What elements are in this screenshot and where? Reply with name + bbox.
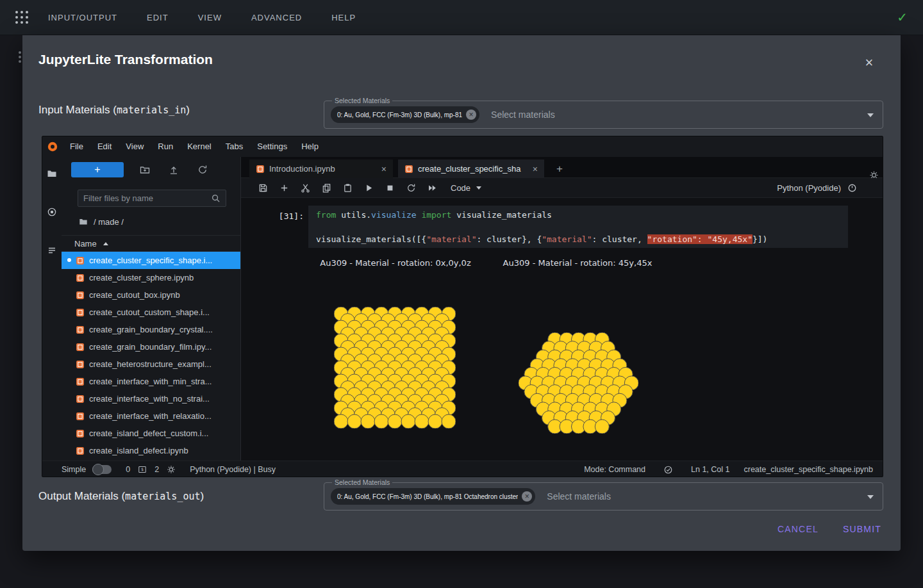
close-icon[interactable]: ×	[860, 53, 879, 72]
file-item[interactable]: create_cutout_custom_shape.i...	[62, 304, 240, 321]
paste-icon[interactable]	[337, 178, 358, 198]
submit-button[interactable]: SUBMIT	[840, 519, 884, 539]
notebook-file-icon	[76, 395, 85, 404]
app-menu-view[interactable]: VIEW	[198, 13, 222, 22]
code-editor[interactable]: from utils.visualize import visualize_ma…	[308, 206, 848, 248]
new-launcher-button[interactable]: +	[71, 162, 124, 177]
jl-menu-help[interactable]: Help	[294, 136, 326, 157]
file-browser-panel: +	[62, 157, 241, 461]
run-all-icon[interactable]	[422, 178, 443, 198]
file-list-header[interactable]: Name	[62, 235, 240, 252]
simple-mode-toggle[interactable]	[92, 465, 112, 474]
stop-icon[interactable]	[379, 178, 401, 198]
file-name: create_heterostructure_exampl...	[89, 359, 212, 369]
jl-menu-view[interactable]: View	[119, 136, 151, 157]
notebook-file-icon	[76, 291, 85, 300]
jupyterlite-logo-icon	[47, 142, 58, 152]
running-kernels-icon[interactable]	[47, 207, 57, 217]
cell-type-dropdown[interactable]: Code	[451, 183, 481, 193]
file-item[interactable]: create_heterostructure_exampl...	[62, 355, 240, 373]
app-menu-advanced[interactable]: ADVANCED	[251, 13, 302, 22]
app-menu-input-output[interactable]: INPUT/OUTPUT	[48, 13, 117, 22]
file-item[interactable]: create_cluster_sphere.ipynb	[62, 269, 240, 286]
refresh-icon[interactable]	[188, 162, 217, 177]
breadcrumb[interactable]: / made /	[79, 216, 124, 227]
input-label-text: Input Materials (	[38, 104, 117, 116]
file-item[interactable]: create_cutout_box.ipynb	[62, 286, 240, 304]
running-kernel-dot	[67, 258, 71, 262]
file-item[interactable]: create_island_defect_custom.i...	[62, 425, 240, 442]
file-item[interactable]: create_grain_boundary_crystal....	[62, 321, 240, 338]
file-item[interactable]: create_interface_with_min_stra...	[62, 373, 240, 390]
app-menubar: INPUT/OUTPUTEDITVIEWADVANCEDHELP	[48, 0, 356, 35]
file-item[interactable]: create_interface_with_relaxatio...	[62, 407, 240, 425]
chevron-down-icon[interactable]	[867, 113, 874, 117]
app-top-bar: INPUT/OUTPUTEDITVIEWADVANCEDHELP ✓	[0, 0, 923, 35]
new-folder-icon[interactable]	[130, 162, 159, 177]
tab-create-cluster-specific-shape[interactable]: create_cluster_specific_sha ×	[398, 159, 544, 178]
code-token: from	[316, 210, 336, 220]
jl-menu-file[interactable]: File	[63, 136, 90, 157]
upload-icon[interactable]	[159, 162, 188, 177]
chip-remove-icon[interactable]: ×	[522, 491, 532, 502]
file-name: create_cluster_specific_shape.i...	[89, 256, 212, 265]
file-item[interactable]: create_cluster_specific_shape.i...	[62, 252, 240, 269]
insert-cell-icon[interactable]	[274, 178, 295, 198]
jl-menu-kernel[interactable]: Kernel	[180, 136, 219, 157]
output-materials-select[interactable]: Selected Materials 0: Au, Gold, FCC (Fm-…	[324, 482, 883, 510]
cursor-position[interactable]: Ln 1, Col 1	[691, 465, 729, 474]
cancel-button[interactable]: CANCEL	[775, 519, 821, 539]
output-label-text: Output Materials (	[38, 490, 125, 502]
file-item[interactable]: create_interface_with_no_strai...	[62, 390, 240, 407]
chip-remove-icon[interactable]: ×	[466, 110, 476, 120]
kernel-status-text[interactable]: Python (Pyodide) | Busy	[190, 465, 276, 474]
select-materials-placeholder: Select materials	[491, 110, 555, 120]
code-line: visualize_materials([{"material": cluste…	[316, 233, 840, 245]
apps-grid-icon[interactable]	[15, 11, 28, 24]
table-of-contents-icon[interactable]	[47, 245, 57, 256]
notebook-file-icon	[76, 446, 85, 455]
terminal-icon[interactable]: $	[138, 465, 147, 474]
restart-kernel-icon[interactable]	[401, 178, 422, 198]
tab-introduction[interactable]: Introduction.ipynb ×	[249, 159, 393, 178]
close-tab-icon[interactable]: ×	[381, 164, 387, 174]
file-item[interactable]: create_island_defect.ipynb	[62, 442, 240, 459]
file-name: create_cutout_box.ipynb	[89, 290, 180, 300]
file-name: create_cutout_custom_shape.i...	[89, 307, 210, 317]
jl-menu-edit[interactable]: Edit	[90, 136, 119, 157]
cut-icon[interactable]	[295, 178, 316, 198]
trust-icon[interactable]	[663, 465, 673, 475]
material-visualization-square	[334, 307, 456, 429]
kernels-count: 2	[154, 465, 159, 474]
command-mode-indicator[interactable]: Mode: Command	[584, 465, 645, 474]
filter-files-input[interactable]	[78, 193, 211, 203]
file-browser-icon[interactable]	[47, 168, 57, 179]
sort-ascending-icon	[103, 242, 108, 245]
output-material-chip: 0: Au, Gold, FCC (Fm-3m) 3D (Bulk), mp-8…	[331, 488, 535, 505]
jupyter-menubar: FileEditViewRunKernelTabsSettingsHelp	[42, 136, 883, 157]
kernel-name[interactable]: Python (Pyodide)	[777, 183, 841, 193]
copy-icon[interactable]	[316, 178, 337, 198]
kernel-status-icon[interactable]	[847, 183, 857, 193]
notebook-file-icon	[76, 377, 85, 386]
notebook-file-icon	[76, 412, 85, 421]
output-materials-label: Output Materials (materials_out)	[38, 487, 204, 505]
add-tab-icon[interactable]: +	[553, 162, 567, 176]
notebook-file-icon	[76, 429, 85, 438]
toggle-knob	[92, 464, 104, 475]
app-menu-help[interactable]: HELP	[331, 13, 356, 22]
input-materials-select[interactable]: Selected Materials 0: Au, Gold, FCC (Fm-…	[324, 101, 883, 129]
material-visualization-octahedron	[519, 332, 638, 434]
file-item[interactable]: create_grain_boundary_film.ipy...	[62, 338, 240, 355]
input-label-suffix: )	[186, 104, 190, 116]
run-icon[interactable]	[358, 178, 379, 198]
file-name: create_interface_with_min_stra...	[89, 377, 212, 386]
jl-menu-run[interactable]: Run	[151, 136, 180, 157]
jl-menu-settings[interactable]: Settings	[250, 136, 294, 157]
jl-menu-tabs[interactable]: Tabs	[219, 136, 250, 157]
close-tab-icon[interactable]: ×	[533, 164, 538, 174]
kernel-gear-icon[interactable]	[167, 465, 176, 474]
save-icon[interactable]	[253, 178, 274, 198]
app-menu-edit[interactable]: EDIT	[147, 13, 169, 22]
chevron-down-icon[interactable]	[867, 495, 874, 499]
